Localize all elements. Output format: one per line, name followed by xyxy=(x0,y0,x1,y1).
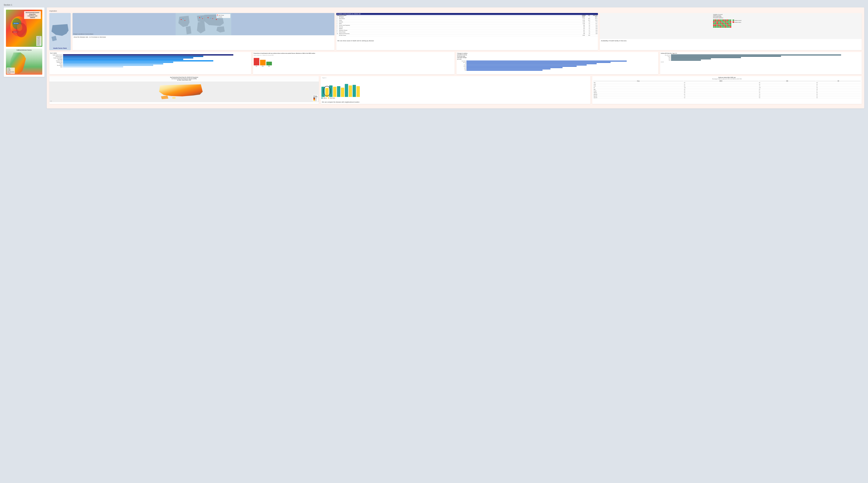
svg-rect-45 xyxy=(730,20,731,21)
er-bar-asian: Asian xyxy=(661,58,861,59)
cd-bar-us1 xyxy=(325,88,329,97)
world-map-image: Little Change Increase Change in prevale… xyxy=(72,13,334,35)
card-compare-disease: Figure 2 xyxy=(321,76,590,104)
asthma-changes-image: Changes in asthmaprevalence among13-14 y… xyxy=(457,52,658,74)
svg-rect-57 xyxy=(713,23,715,24)
card-small-map: Health Factor Rank xyxy=(49,13,71,50)
asthma-changes-title: Changes in asthmaprevalence among13-14 y… xyxy=(457,53,657,60)
bar-job: Job stability xyxy=(50,59,250,60)
bar-economy: The economy xyxy=(50,65,250,66)
svg-marker-11 xyxy=(197,15,205,22)
svg-rect-78 xyxy=(730,25,731,26)
svg-point-24 xyxy=(211,18,211,19)
card-genz-bars: Gen Z adults Health-related concerns Fam… xyxy=(49,52,251,74)
svg-rect-55 xyxy=(728,21,730,23)
causes-row-8: 8Alzheimer's Disease5372.723.5 xyxy=(336,30,598,31)
svg-rect-52 xyxy=(723,21,725,23)
svg-rect-40 xyxy=(721,20,723,21)
svg-rect-53 xyxy=(725,21,726,23)
svg-rect-64 xyxy=(725,23,726,24)
causes-row-9: 9Kidney Disease4512.319.3 xyxy=(336,31,598,33)
card-asthma-er: Asthma ER Visits By: Ages 0-4 African Am… xyxy=(660,52,862,74)
compare-legend: California United States xyxy=(321,97,589,98)
svg-rect-61 xyxy=(720,23,721,24)
svg-rect-50 xyxy=(720,21,721,23)
causes-row-5: 5Chronic Lower Respiratory6603.431.5 xyxy=(336,25,598,26)
svg-rect-77 xyxy=(728,25,730,26)
copd-row-65plus: 65+12.411.80.6 xyxy=(593,87,861,88)
svg-rect-37 xyxy=(716,20,718,21)
er-bar-hisp: Hispanic xyxy=(661,56,861,57)
svg-rect-48 xyxy=(716,21,718,23)
right-section: inspiration Health Factor Rank xyxy=(47,7,864,109)
svg-rect-74 xyxy=(723,25,725,26)
er-logo: SFDPH xyxy=(661,61,861,63)
bar-money: Money xyxy=(50,63,250,64)
card-asthma-prop: Proportions of participants with any ast… xyxy=(253,52,455,74)
svg-point-18 xyxy=(202,18,203,19)
causes-row-3: 3Accidents1,2556.447.4 xyxy=(336,21,598,23)
svg-rect-73 xyxy=(721,25,723,26)
svg-rect-59 xyxy=(716,23,718,24)
copd-row-asian: Asian NH3.22.90.3 xyxy=(593,97,861,98)
copd-row-white: White NH8.17.60.5 xyxy=(593,94,861,95)
bar-housing: Housing costs xyxy=(50,62,250,63)
bar-more: More xyxy=(50,66,250,67)
causes-row-4: 4Stroke1,1906.151.7 xyxy=(336,23,598,25)
svg-text:Increase: Increase xyxy=(218,16,222,18)
svg-point-26 xyxy=(217,15,218,16)
health-factor-label: Health Factor Rank xyxy=(49,47,71,49)
causes-row-1: 1Heart Disease4,77424.3201.2 xyxy=(336,18,598,20)
causes-table-header: 34 LEADING CAUSES OF DEATH, ALL CHICAGO,… xyxy=(336,13,598,15)
row3-grid: Age-Standardized Death Rate (Per 100,000… xyxy=(49,76,862,104)
copd-cdc-logo: CDC xyxy=(50,101,52,102)
svg-rect-46 xyxy=(713,21,715,23)
berkeley-label: Berkeley xyxy=(13,23,19,24)
svg-point-28 xyxy=(217,17,218,17)
copd-table-header-row: Group BRFSS CHIS Diff xyxy=(593,80,861,82)
ca-bar-pe: Peru xyxy=(457,67,657,68)
world-map-caption: Change in prevalence of current wheeze xyxy=(73,33,334,34)
copd-row-18-44: 18-443.12.80.3 xyxy=(593,84,861,85)
ca-copd-table: Group BRFSS CHIS Diff Total6.45.80.6 18-… xyxy=(593,80,861,99)
svg-rect-62 xyxy=(721,23,723,24)
er-bar-aa: African American xyxy=(661,54,861,56)
asthma-er-bars: African American Hispanic White Asian Ot… xyxy=(661,54,861,61)
svg-rect-66 xyxy=(728,23,730,24)
svg-rect-84 xyxy=(721,26,723,28)
svg-point-17 xyxy=(199,17,200,18)
col-brfss: BRFSS xyxy=(684,80,758,82)
world-map-label: show the disease rate - is it increase o… xyxy=(72,35,334,50)
cd-bar-ca4 xyxy=(345,84,348,97)
asthma-prop-image: Proportions of participants with any ast… xyxy=(253,52,455,74)
svg-rect-54 xyxy=(726,21,728,23)
svg-rect-82 xyxy=(718,26,720,28)
causes-table-col-headers: RANK CAUSE OF DEATH NUMBER PCT RATE/100K xyxy=(336,15,598,16)
ca-copd-title: California Adults With COPD rate xyxy=(593,77,861,78)
compare-bars xyxy=(321,80,589,97)
cd-bar-ca5 xyxy=(352,85,356,97)
cal-enviro-map: CalEnviroScreen Scores 0-10% 11-20% 21-3… xyxy=(6,49,42,75)
compare-disease-label: We can compare the disease with neighboa… xyxy=(321,100,590,104)
copd-row-hispanic: Hispanic4.54.00.5 xyxy=(593,92,861,93)
cd-bar-ca2 xyxy=(329,85,333,97)
svg-rect-69 xyxy=(715,25,716,26)
svg-rect-68 xyxy=(713,25,715,26)
svg-rect-89 xyxy=(730,26,731,28)
svg-rect-72 xyxy=(720,25,721,26)
ca-bar-ca: Canada xyxy=(457,66,657,67)
ca-copd-image: California Adults With COPD rate Percent… xyxy=(592,76,862,100)
svg-rect-60 xyxy=(718,23,720,24)
env-map-title: Environmental hazard disparitiesin Berke… xyxy=(24,11,41,19)
ca-bar-usa: USA xyxy=(457,69,657,71)
causes-table-image: 34 LEADING CAUSES OF DEATH, ALL CHICAGO,… xyxy=(336,13,598,39)
card-causes-table: 34 LEADING CAUSES OF DEATH, ALL CHICAGO,… xyxy=(336,13,598,50)
small-map-image: Health Factor Rank xyxy=(49,13,71,50)
bar-family-resp: Family responsibilities xyxy=(50,57,250,58)
svg-rect-79 xyxy=(713,26,715,28)
svg-rect-85 xyxy=(723,26,725,28)
svg-rect-51 xyxy=(721,21,723,23)
asthma-er-image: Asthma ER Visits By: Ages 0-4 African Am… xyxy=(660,52,862,74)
svg-rect-42 xyxy=(725,20,726,21)
causes-table-label: We can show cause of death and its ranki… xyxy=(336,39,598,50)
